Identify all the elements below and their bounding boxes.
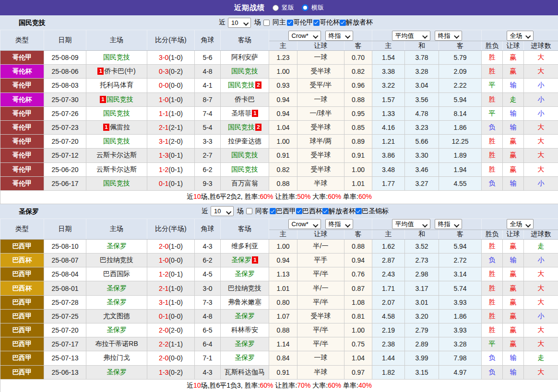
away-team-link[interactable]: 侨卡巴 bbox=[235, 95, 255, 103]
away-team-link[interactable]: 国民竞技 bbox=[231, 165, 258, 173]
asian-odds-stage-select[interactable]: 终指 bbox=[326, 31, 353, 40]
home-team-link[interactable]: 圣保罗 bbox=[107, 298, 127, 306]
period-select-wrapper: 全场 bbox=[507, 31, 534, 41]
euro-home-odds: 3.22 bbox=[372, 79, 405, 92]
away-team-link[interactable]: 维多利亚 bbox=[231, 242, 258, 250]
asian-handicap: 受半球 bbox=[297, 149, 344, 162]
euro-odds-stage-select[interactable]: 终指 bbox=[435, 219, 462, 229]
match-row: 巴西甲25-08-04巴西国际1-2(0-1)4-5圣保罗1.13平/半0.76… bbox=[0, 267, 558, 281]
euro-home-odds: 1.54 bbox=[372, 51, 405, 65]
away-team: 圣保罗 bbox=[221, 267, 269, 281]
asian-handicap: 平/半 bbox=[297, 295, 344, 309]
home-team-link[interactable]: 布拉干蒂诺RB bbox=[95, 340, 138, 347]
period-select[interactable]: 全场 bbox=[507, 219, 533, 229]
odds-subcolumn-header: 让球 bbox=[297, 230, 344, 239]
away-team-link[interactable]: 圣保罗 bbox=[235, 340, 255, 347]
away-team-link[interactable]: 国民竞技 bbox=[231, 151, 258, 159]
odds-subcolumn-header: 主 bbox=[372, 230, 405, 239]
goals-result: 大 bbox=[524, 135, 558, 149]
asian-handicap: 受半球 bbox=[297, 65, 344, 79]
home-team-link[interactable]: 圣保罗 bbox=[107, 284, 127, 292]
home-team-link[interactable]: 国民竞技 bbox=[103, 53, 130, 61]
asian-home-odds: 0.91 bbox=[269, 149, 297, 162]
period-select[interactable]: 全场 bbox=[507, 31, 533, 40]
league-badge: 巴西甲 bbox=[0, 239, 44, 253]
euro-draw-odds: 3.23 bbox=[405, 120, 439, 134]
home-team-link[interactable]: 佩雷拉 bbox=[110, 123, 130, 131]
league-checkbox-0[interactable] bbox=[270, 208, 276, 214]
league-checkbox-0[interactable] bbox=[287, 20, 293, 26]
league-checkbox-2[interactable] bbox=[322, 208, 329, 214]
full-time-score: 0-0 bbox=[159, 81, 168, 89]
horizontal-radio[interactable] bbox=[302, 4, 309, 11]
home-team-link[interactable]: 国民竞技 bbox=[103, 137, 130, 145]
home-team-link[interactable]: 巴西国际 bbox=[103, 270, 130, 277]
asian-handicap: 一球 bbox=[297, 51, 344, 65]
bookmaker-select[interactable]: Crow* bbox=[289, 31, 321, 40]
asian-handicap: 平/半 bbox=[297, 267, 344, 281]
rounds-select[interactable]: 10 bbox=[228, 18, 250, 27]
home-team-link[interactable]: 托利马体育 bbox=[100, 81, 133, 89]
home-team-link[interactable]: 弗拉门戈 bbox=[103, 354, 130, 361]
away-team-link[interactable]: 百万富翁 bbox=[231, 179, 258, 187]
same-venue-checkbox[interactable] bbox=[263, 20, 270, 26]
asian-odds-stage-select[interactable]: 终指 bbox=[326, 219, 353, 229]
match-row: 哥伦甲25-08-03托利马体育0-0(0-0)4-1国民竞技20.93受平/半… bbox=[0, 79, 558, 92]
euro-source-select[interactable]: 平均值 bbox=[392, 219, 430, 229]
home-team-link[interactable]: 云斯卡尔达斯 bbox=[96, 151, 137, 159]
match-row: 巴西甲25-06-13圣保罗1-3(0-2)4-3瓦斯科达伽马0.91半球0.9… bbox=[0, 365, 558, 379]
away-team-link[interactable]: 国民竞技 bbox=[231, 67, 258, 75]
euro-draw-odds: 2.89 bbox=[405, 337, 439, 351]
score: 1-3(0-1) bbox=[147, 149, 195, 162]
home-team-link[interactable]: 国民竞技 bbox=[103, 179, 130, 187]
bookmaker-select[interactable]: Crow* bbox=[289, 219, 321, 229]
league-checkbox-1[interactable] bbox=[313, 20, 320, 26]
home-team-link[interactable]: 圣保罗 bbox=[107, 368, 127, 376]
away-team-link[interactable]: 国民竞技 bbox=[228, 81, 255, 89]
league-checkbox-3[interactable] bbox=[356, 208, 362, 214]
league-checkbox-2[interactable] bbox=[340, 20, 346, 26]
away-team-link[interactable]: 阿利安萨 bbox=[231, 53, 258, 61]
half-time-score: (0-1) bbox=[168, 180, 183, 187]
home-team-link[interactable]: 云斯卡尔达斯 bbox=[96, 165, 137, 173]
euro-draw-odds: 4.78 bbox=[405, 106, 439, 120]
same-venue-checkbox[interactable] bbox=[246, 208, 252, 214]
home-team: 圣保罗 bbox=[86, 295, 147, 309]
same-venue-label: 同客 bbox=[255, 207, 269, 216]
home-team-link[interactable]: 国民竞技 bbox=[103, 109, 130, 117]
asian-away-odds: 1.00 bbox=[344, 323, 372, 337]
away-team-link[interactable]: 国民竞技 bbox=[228, 123, 255, 131]
rounds-select[interactable]: 10 bbox=[211, 207, 233, 216]
euro-source-select[interactable]: 平均值 bbox=[392, 31, 430, 40]
vertical-radio[interactable] bbox=[273, 5, 279, 11]
away-team-link[interactable]: 巴拉纳竞技 bbox=[228, 284, 261, 292]
home-team-link[interactable]: 国民竞技 bbox=[107, 95, 133, 103]
column-header: 角球 bbox=[195, 30, 221, 51]
score: 2-0(0-0) bbox=[147, 351, 195, 365]
layout-option-vertical[interactable]: 竖版 bbox=[273, 3, 294, 12]
half-time-score: (1-1) bbox=[168, 340, 183, 348]
home-team-link[interactable]: 巴拉纳竞技 bbox=[100, 256, 133, 264]
home-team-link[interactable]: 圣保罗 bbox=[107, 242, 127, 250]
asian-away-odds: 0.75 bbox=[344, 337, 372, 351]
away-team-link[interactable]: 圣保罗 bbox=[235, 354, 255, 361]
league-checkbox-1[interactable] bbox=[296, 208, 302, 214]
home-team-link[interactable]: 圣保罗 bbox=[107, 326, 127, 334]
layout-option-horizontal[interactable]: 横版 bbox=[302, 3, 324, 12]
match-row: 巴西甲25-07-20圣保罗2-0(2-0)6-5科林蒂安0.88平/半1.00… bbox=[0, 323, 558, 337]
handicap-result: 输 bbox=[503, 254, 524, 267]
home-team-link[interactable]: 尤文图德 bbox=[103, 312, 130, 320]
away-team-link[interactable]: 瓦斯科达伽马 bbox=[225, 368, 265, 376]
euro-odds-stage-select-wrapper: 终指 bbox=[435, 219, 462, 229]
away-team-link[interactable]: 科林蒂安 bbox=[231, 326, 258, 334]
away-team-link[interactable]: 圣保罗 bbox=[231, 256, 251, 264]
away-team-link[interactable]: 拉伊奎达德 bbox=[228, 137, 261, 145]
away-team-link[interactable]: 圣保罗 bbox=[235, 312, 255, 320]
euro-odds-stage-select[interactable]: 终指 bbox=[435, 31, 462, 40]
away-team-link[interactable]: 弗鲁米嫩塞 bbox=[228, 298, 261, 306]
section-bar-0: 国民竞技近10场同主哥伦甲哥伦杯解放者杯 bbox=[0, 15, 558, 30]
euro-away-odds: 5.74 bbox=[439, 281, 482, 295]
away-team-link[interactable]: 圣塔菲 bbox=[231, 109, 251, 117]
away-team-link[interactable]: 圣保罗 bbox=[235, 270, 255, 277]
home-team-link[interactable]: 侨卡巴(中) bbox=[104, 67, 135, 75]
